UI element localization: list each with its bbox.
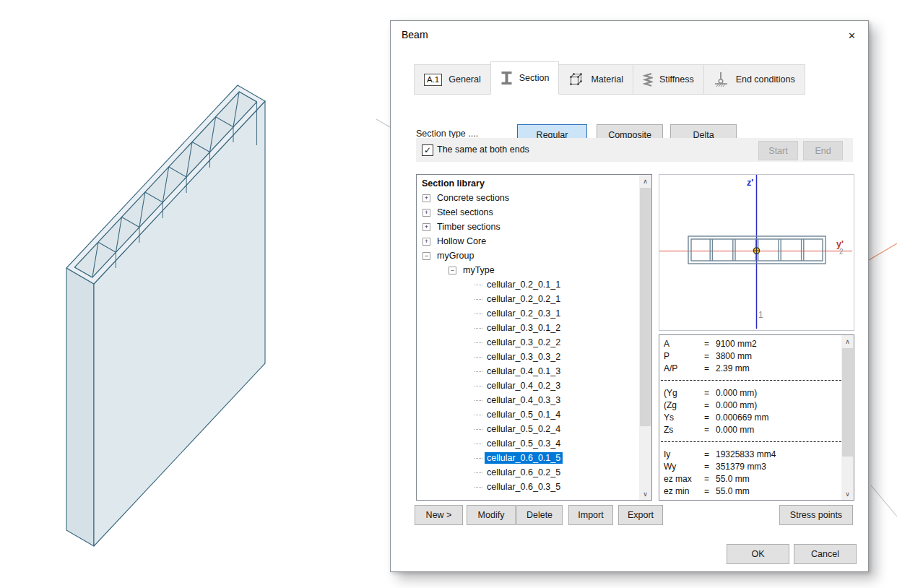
new-button[interactable]: New > — [415, 505, 463, 525]
tree-item[interactable]: cellular_0.6_0.2_5 — [417, 465, 651, 480]
tree-item[interactable]: −myType — [417, 263, 651, 277]
tree-item[interactable]: cellular_0.4_0.2_3 — [417, 379, 651, 393]
tree-item-label: cellular_0.5_0.1_4 — [485, 409, 563, 420]
tree-connector — [474, 371, 482, 372]
property-equals: = — [704, 474, 716, 484]
tree-connector — [474, 428, 482, 430]
ok-button[interactable]: OK — [727, 544, 789, 564]
tab-section[interactable]: Section — [490, 61, 560, 95]
tree-item[interactable]: cellular_0.5_0.3_4 — [417, 436, 651, 451]
property-equals: = — [704, 486, 716, 496]
tree-item-label: myType — [461, 264, 497, 276]
expand-icon[interactable]: + — [422, 238, 430, 246]
tree-item[interactable]: −myGroup — [417, 248, 651, 263]
property-name: (Zg — [664, 400, 704, 410]
origin-node-label: 1 — [758, 310, 763, 320]
tree-item-label: Timber sections — [435, 221, 503, 233]
section-tree-items: +Concrete sections+Steel sections+Timber… — [417, 191, 651, 494]
tree-item[interactable]: cellular_0.3_0.3_2 — [417, 350, 651, 364]
property-row: Ys=0.000669 mm — [659, 411, 854, 423]
tab-stiffness-label: Stiffness — [659, 74, 694, 85]
tree-item-label: cellular_0.3_0.3_2 — [485, 351, 563, 363]
tree-item-label: Steel sections — [435, 207, 495, 218]
tab-material[interactable]: Material — [558, 64, 633, 95]
delete-button[interactable]: Delete — [516, 505, 563, 525]
properties-scrollbar[interactable]: ∧ ∨ — [841, 335, 854, 500]
dialog-title: Beam — [402, 29, 428, 40]
cancel-button[interactable]: Cancel — [794, 544, 857, 564]
property-name: (Yg — [664, 388, 704, 398]
tree-item[interactable]: cellular_0.2_0.1_1 — [417, 277, 651, 292]
properties-scroll-thumb[interactable] — [842, 348, 853, 457]
property-equals: = — [704, 339, 716, 349]
dialog-titlebar[interactable]: Beam ✕ — [391, 21, 868, 50]
tree-item[interactable]: +Steel sections — [417, 205, 651, 220]
tree-item[interactable]: cellular_0.3_0.1_2 — [417, 321, 651, 335]
property-equals: = — [704, 462, 716, 472]
start-button[interactable]: Start — [758, 141, 798, 160]
property-row: (Yg=0.000 mm) — [659, 386, 854, 399]
tree-item[interactable]: cellular_0.5_0.1_4 — [417, 407, 651, 422]
close-icon[interactable]: ✕ — [836, 21, 868, 50]
import-button[interactable]: Import — [568, 505, 613, 525]
expand-icon[interactable]: + — [422, 194, 430, 202]
scroll-down-icon[interactable]: ∨ — [841, 488, 854, 500]
section-properties-list: A=9100 mm2P=3800 mmA/P=2.39 mm(Yg=0.000 … — [659, 335, 854, 501]
export-button[interactable]: Export — [618, 505, 663, 525]
property-name: ez max — [664, 474, 704, 484]
expand-icon[interactable]: + — [422, 223, 430, 231]
property-name: iy — [664, 498, 704, 501]
property-equals: = — [704, 400, 716, 410]
tree-item[interactable]: cellular_0.2_0.2_1 — [417, 292, 651, 306]
tree-item[interactable]: +Timber sections — [417, 220, 651, 234]
tree-connector — [474, 342, 482, 343]
section-library-panel: Section library +Concrete sections+Steel… — [416, 174, 652, 501]
scroll-down-icon[interactable]: ∨ — [639, 488, 651, 500]
tree-item[interactable]: cellular_0.5_0.2_4 — [417, 422, 651, 436]
tree-item-label: cellular_0.4_0.2_3 — [485, 380, 563, 392]
both-ends-strip: ✓ The same at both ends Start End — [416, 138, 853, 162]
tree-connector — [474, 327, 482, 329]
property-equals: = — [704, 363, 716, 373]
tree-item[interactable]: +Concrete sections — [417, 191, 651, 205]
property-value: 351379 mm3 — [716, 462, 854, 472]
beam-dialog: Beam ✕ A.1 General Section — [390, 20, 869, 572]
end-button[interactable]: End — [803, 141, 843, 160]
property-name: ez min — [664, 486, 704, 496]
expand-icon[interactable]: + — [422, 209, 430, 217]
property-value: 19325833 mm4 — [716, 449, 854, 459]
tree-scrollbar[interactable]: ∧ ∨ — [639, 175, 651, 500]
stress-points-button[interactable]: Stress points — [779, 505, 853, 525]
tree-item[interactable]: +Hollow Core — [417, 234, 651, 248]
tree-item-label: cellular_0.6_0.2_5 — [485, 467, 563, 478]
spring-icon — [643, 72, 653, 87]
property-name: Ys — [664, 412, 704, 423]
tree-item[interactable]: cellular_0.4_0.1_3 — [417, 364, 651, 379]
property-name: A — [664, 339, 704, 349]
same-both-ends-checkbox[interactable]: ✓ — [422, 144, 433, 156]
tree-connector — [474, 313, 482, 314]
modify-button[interactable]: Modify — [467, 505, 516, 525]
tree-item[interactable]: cellular_0.6_0.3_5 — [417, 480, 651, 494]
tree-item-label: cellular_0.3_0.1_2 — [485, 322, 563, 334]
property-row: Iy=19325833 mm4 — [659, 448, 854, 460]
collapse-icon[interactable]: − — [448, 267, 456, 274]
collapse-icon[interactable]: − — [422, 252, 430, 260]
tree-item[interactable]: cellular_0.2_0.3_1 — [417, 306, 651, 321]
section-preview-panel: z' y' 2 1 — [659, 174, 854, 331]
tree-item[interactable]: cellular_0.3_0.2_2 — [417, 335, 651, 350]
property-equals: = — [704, 425, 716, 435]
scroll-up-icon[interactable]: ∧ — [841, 335, 854, 347]
tree-item-label: cellular_0.2_0.1_1 — [485, 279, 563, 290]
tab-end-conditions[interactable]: End conditions — [703, 64, 805, 95]
tab-stiffness[interactable]: Stiffness — [633, 64, 704, 95]
material-cube-icon — [568, 72, 584, 87]
tree-scroll-thumb[interactable] — [640, 188, 651, 426]
tree-item[interactable]: cellular_0.6_0.1_5 — [417, 451, 651, 465]
cellular-beam-3d-model[interactable] — [43, 76, 318, 553]
tree-item-label: cellular_0.4_0.3_3 — [485, 394, 563, 406]
scroll-up-icon[interactable]: ∧ — [639, 175, 651, 187]
tab-general[interactable]: A.1 General — [414, 64, 491, 95]
property-equals: = — [704, 412, 716, 423]
tree-item[interactable]: cellular_0.4_0.3_3 — [417, 393, 651, 407]
